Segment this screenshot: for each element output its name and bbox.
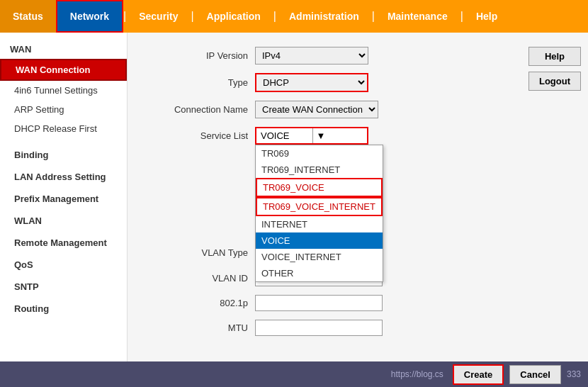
type-control: DHCP: [255, 73, 368, 92]
service-list-row: Service List VOICE ▼ TR069 TR069_INTERNE…: [142, 127, 574, 145]
top-nav: Status Network | Security | Application …: [0, 0, 588, 33]
mtu-label: MTU: [142, 322, 255, 333]
ip-version-control: IPv4: [255, 47, 368, 64]
bottom-extra: 333: [567, 369, 581, 379]
dot1p-input[interactable]: [255, 295, 383, 311]
vlan-type-label: VLAN Type: [142, 247, 255, 258]
sidebar-item-qos[interactable]: QoS: [0, 255, 127, 274]
mtu-input[interactable]: [255, 320, 383, 336]
service-list-label: Service List: [142, 130, 255, 141]
vlan-id-label: VLAN ID: [142, 273, 255, 284]
mtu-row: MTU: [142, 320, 574, 336]
sidebar-item-arp[interactable]: ARP Setting: [0, 100, 127, 119]
ip-version-row: IP Version IPv4: [142, 47, 574, 64]
nav-application[interactable]: Application: [194, 0, 273, 33]
nav-network[interactable]: Network: [56, 0, 123, 33]
connection-name-select[interactable]: Create WAN Connection: [255, 101, 378, 118]
service-list-dropdown: TR069 TR069_INTERNET TR069_VOICE TR069_V…: [255, 145, 383, 282]
right-buttons: Help Logout: [528, 47, 581, 91]
sidebar-item-dhcp-release[interactable]: DHCP Release First: [0, 119, 127, 138]
cancel-button[interactable]: Cancel: [509, 365, 561, 384]
dropdown-item-tr069-voice[interactable]: TR069_VOICE: [256, 178, 383, 197]
type-row: Type DHCP: [142, 73, 574, 92]
sidebar-item-4in6[interactable]: 4in6 Tunnel Settings: [0, 81, 127, 100]
help-button[interactable]: Help: [528, 47, 581, 66]
sidebar-item-wan-connection[interactable]: WAN Connection: [0, 59, 127, 81]
sidebar-item-lan-address[interactable]: LAN Address Setting: [0, 167, 127, 186]
connection-name-control: Create WAN Connection: [255, 101, 378, 118]
logout-button[interactable]: Logout: [528, 72, 581, 91]
service-list-input[interactable]: VOICE ▼: [255, 127, 368, 145]
sidebar-item-wlan[interactable]: WLAN: [0, 211, 127, 230]
bottom-url: https://blog.cs: [7, 369, 447, 379]
connection-name-row: Connection Name Create WAN Connection: [142, 101, 574, 118]
sidebar-item-remote-mgmt[interactable]: Remote Management: [0, 233, 127, 252]
sidebar-section-wan: WAN: [0, 40, 127, 59]
dropdown-item-tr069[interactable]: TR069: [256, 145, 383, 162]
nav-maintenance[interactable]: Maintenance: [375, 0, 460, 33]
dropdown-item-other[interactable]: OTHER: [256, 265, 383, 281]
sidebar-item-binding[interactable]: Binding: [0, 145, 127, 164]
dropdown-item-voice[interactable]: VOICE: [256, 232, 383, 249]
service-list-control: VOICE ▼ TR069 TR069_INTERNET TR069_VOICE…: [255, 127, 368, 145]
sidebar: WAN WAN Connection 4in6 Tunnel Settings …: [0, 33, 128, 361]
nav-administration[interactable]: Administration: [276, 0, 372, 33]
bottom-bar: https://blog.cs Create Cancel 333: [0, 361, 588, 387]
wan-form: IP Version IPv4 Type DHCP Connection: [142, 47, 574, 336]
type-select[interactable]: DHCP: [255, 73, 368, 92]
sidebar-item-prefix[interactable]: Prefix Management: [0, 189, 127, 208]
ip-version-select[interactable]: IPv4: [255, 47, 368, 64]
main-layout: WAN WAN Connection 4in6 Tunnel Settings …: [0, 33, 588, 361]
dot1p-control: [255, 295, 383, 311]
sidebar-item-routing[interactable]: Routing: [0, 299, 127, 318]
dropdown-item-internet[interactable]: INTERNET: [256, 216, 383, 232]
nav-status[interactable]: Status: [0, 0, 56, 33]
ip-version-label: IP Version: [142, 50, 255, 61]
service-list-arrow[interactable]: ▼: [312, 128, 368, 143]
connection-name-label: Connection Name: [142, 104, 255, 115]
sidebar-item-sntp[interactable]: SNTP: [0, 277, 127, 296]
service-list-value: VOICE: [256, 128, 312, 143]
dropdown-item-voice-internet[interactable]: VOICE_INTERNET: [256, 249, 383, 265]
type-label: Type: [142, 77, 255, 88]
nav-help[interactable]: Help: [463, 0, 510, 33]
dropdown-item-tr069-internet[interactable]: TR069_INTERNET: [256, 162, 383, 178]
dot1p-label: 802.1p: [142, 298, 255, 308]
content-area: Help Logout IP Version IPv4 Type DHCP: [128, 33, 588, 361]
service-list-wrapper: VOICE ▼ TR069 TR069_INTERNET TR069_VOICE…: [255, 127, 368, 145]
mtu-control: [255, 320, 383, 336]
dot1p-row: 802.1p: [142, 295, 574, 311]
create-button[interactable]: Create: [453, 364, 504, 385]
nav-security[interactable]: Security: [126, 0, 191, 33]
dropdown-item-tr069-voice-internet[interactable]: TR069_VOICE_INTERNET: [256, 197, 383, 216]
